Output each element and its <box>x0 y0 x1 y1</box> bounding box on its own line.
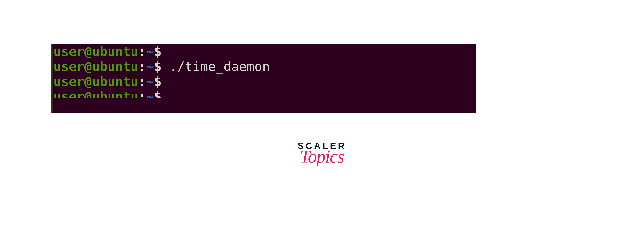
terminal-line: user@ubuntu:~$ <box>54 74 476 89</box>
prompt-colon: : <box>138 59 146 74</box>
prompt-user: user@ubuntu <box>54 59 138 74</box>
prompt-user: user@ubuntu <box>54 44 138 59</box>
terminal-content[interactable]: user@ubuntu:~$ user@ubuntu:~$ ./time_dae… <box>50 44 476 113</box>
prompt-path: ~ <box>146 59 154 74</box>
prompt-colon: : <box>138 89 146 98</box>
terminal-line: user@ubuntu:~$ <box>54 44 476 59</box>
prompt-path: ~ <box>146 44 154 59</box>
prompt-user: user@ubuntu <box>54 89 138 98</box>
prompt-path: ~ <box>146 89 154 98</box>
prompt-dollar: $ <box>154 59 162 74</box>
logo-text-topics: Topics <box>284 149 360 164</box>
prompt-dollar: $ <box>154 44 162 59</box>
prompt-colon: : <box>138 74 146 89</box>
prompt-dollar: $ <box>154 74 162 89</box>
terminal-line-partial: user@ubuntu:~$ <box>54 89 476 98</box>
terminal-window: user@ubuntu:~$ user@ubuntu:~$ ./time_dae… <box>50 44 476 113</box>
command-text: ./time_daemon <box>162 59 270 74</box>
terminal-edge-decoration <box>50 44 54 113</box>
prompt-user: user@ubuntu <box>54 74 138 89</box>
terminal-line: user@ubuntu:~$ ./time_daemon <box>54 59 476 74</box>
prompt-colon: : <box>138 44 146 59</box>
prompt-path: ~ <box>146 74 154 89</box>
scaler-topics-logo: SCALER Topics <box>284 141 360 164</box>
prompt-dollar: $ <box>154 89 162 98</box>
